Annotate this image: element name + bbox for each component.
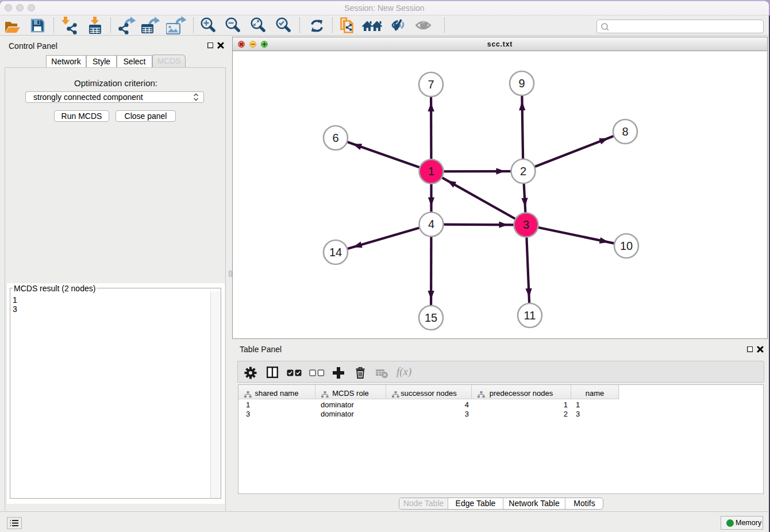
svg-text:15: 15 bbox=[425, 311, 437, 324]
svg-text:11: 11 bbox=[524, 309, 536, 322]
svg-text:4: 4 bbox=[428, 218, 434, 230]
svg-text:7: 7 bbox=[428, 78, 434, 91]
svg-text:10: 10 bbox=[620, 240, 633, 252]
svg-text:14: 14 bbox=[329, 246, 342, 259]
svg-text:f(x): f(x) bbox=[396, 366, 411, 378]
svg-text:8: 8 bbox=[622, 125, 628, 138]
svg-text:9: 9 bbox=[518, 77, 525, 90]
svg-text:6: 6 bbox=[332, 132, 338, 144]
svg-text:2: 2 bbox=[520, 165, 526, 178]
svg-text:1: 1 bbox=[428, 165, 434, 178]
svg-text:3: 3 bbox=[523, 218, 529, 231]
